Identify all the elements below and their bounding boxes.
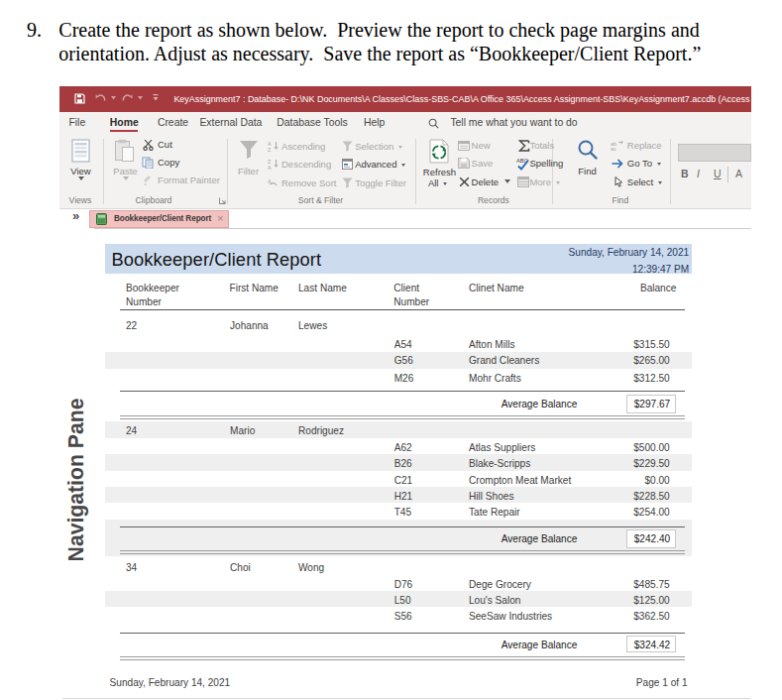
svg-text:ac: ac — [611, 146, 616, 151]
svg-text:Z: Z — [268, 147, 272, 152]
svg-text:A: A — [268, 165, 272, 170]
